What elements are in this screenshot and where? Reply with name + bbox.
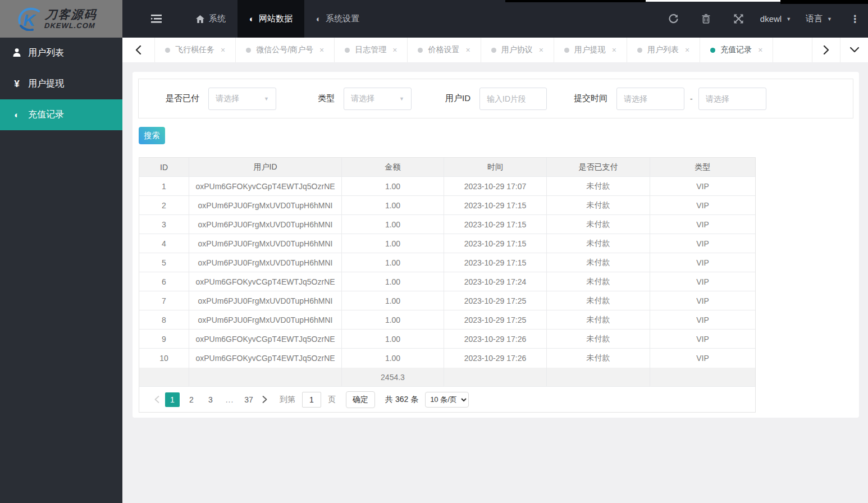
page-number[interactable]: 3 [203,392,218,407]
column-header-id: ID [139,158,189,176]
cell-type: VIP [650,291,755,310]
cell-id: 1 [139,177,189,195]
tab-item[interactable]: 价格设置 × [408,38,481,62]
start-date-input[interactable] [616,88,684,110]
tab-item[interactable]: 充值记录 × [700,38,773,62]
cell-type: VIP [650,330,755,348]
confirm-button[interactable]: 确定 [346,391,375,408]
cell-time: 2023-10-29 17:25 [444,310,547,329]
sidebar-item-label: 充值记录 [28,109,64,121]
tab-item[interactable]: 微信公号/商户号 × [236,38,335,62]
refresh-icon[interactable] [663,0,685,38]
close-icon[interactable]: × [319,45,324,54]
tab-status-dot [637,48,642,53]
close-icon[interactable]: × [221,45,225,54]
cell-userid: oxPUm6PJU0FrgMxUVD0TupH6hMNI [189,234,342,253]
table-row: 7 oxPUm6PJU0FrgMxUVD0TupH6hMNI 1.00 2023… [139,291,755,310]
recharge-records-panel: 是否已付 请选择 ▼ 类型 请选择 ▼ 用户ID 提交时间 - [133,72,859,418]
cell-amount: 1.00 [342,291,444,310]
close-icon[interactable]: × [465,45,470,54]
open-tabs-bar: 飞行棋任务 × 微信公号/商户号 × 日志管理 × 价格设置 × 用户协议 × … [122,38,868,62]
cell-id: 8 [139,310,189,329]
cell-userid: oxPUm6PJU0FrgMxUVD0TupH6hMNI [189,196,342,214]
chevron-down-icon: ▼ [264,96,269,102]
type-select[interactable]: 请选择 ▼ [344,88,412,110]
tab-item[interactable]: 日志管理 × [335,38,408,62]
cell-userid: oxPUm6GFOKyvCGpT4EWTJq5OzrNE [189,330,342,348]
tabs-scroll-left-icon[interactable] [122,38,155,62]
brand-logo: K 刀客源码 DKEWL.COM [0,0,122,38]
tab-label: 用户提现 [574,45,606,55]
table-row: 8 oxPUm6PJU0FrgMxUVD0TupH6hMNI 1.00 2023… [139,310,755,330]
trash-icon[interactable] [695,0,718,38]
paid-status-select[interactable]: 请选择 ▼ [208,88,276,110]
prev-page-icon[interactable] [150,392,163,407]
close-icon[interactable]: × [758,45,762,54]
column-header-paid: 是否已支付 [547,158,650,176]
menu-item-site-data[interactable]: ◐ 网站数据 [237,0,304,38]
table-row: 6 oxPUm6GFOKyvCGpT4EWTJq5OzrNE 1.00 2023… [139,272,755,291]
tabs-menu-icon[interactable] [840,38,868,62]
cell-paid-status: 未付款 [547,291,650,310]
cell-amount: 1.00 [342,196,444,214]
sidebar-item-recharge-records[interactable]: ◐ 充值记录 [0,99,122,130]
tab-status-dot [246,48,251,53]
tabs-list: 飞行棋任务 × 微信公号/商户号 × 日志管理 × 价格设置 × 用户协议 × … [155,38,812,62]
cell-time: 2023-10-29 17:15 [444,253,547,272]
goto-page-input[interactable] [302,392,321,408]
column-header-time: 时间 [444,158,547,176]
language-menu[interactable]: 语言 ▼ [806,13,832,24]
close-icon[interactable]: × [685,45,689,54]
tab-item[interactable]: 飞行棋任务 × [155,38,236,62]
screen-edge-artifact [780,0,868,4]
sidebar-item-user-withdraw[interactable]: ¥ 用户提现 [0,68,122,99]
cell-amount: 1.00 [342,272,444,291]
cell-paid-status: 未付款 [547,330,650,348]
tab-item[interactable]: 用户列表 × [627,38,700,62]
table-row: 10 oxPUm6GFOKyvCGpT4EWTJq5OzrNE 1.00 202… [139,349,755,368]
tab-status-dot [710,48,715,53]
user-id-input[interactable] [479,88,547,110]
menu-item-system-settings[interactable]: ◐ 系统设置 [304,0,371,38]
cell-id: 7 [139,291,189,310]
page-size-select[interactable]: 10 条/页 [425,392,469,408]
next-page-icon[interactable] [258,392,271,407]
end-date-input[interactable] [698,88,766,110]
brand-subtitle: DKEWL.COM [44,22,97,29]
cell-id: 5 [139,253,189,272]
page-number[interactable]: ... [222,392,237,407]
sidebar-toggle-icon[interactable] [146,0,166,38]
cell-userid: oxPUm6GFOKyvCGpT4EWTJq5OzrNE [189,349,342,368]
type-value: 请选择 [351,94,374,104]
tabs-scroll-right-icon[interactable] [812,38,840,62]
table-row: 1 oxPUm6GFOKyvCGpT4EWTJq5OzrNE 1.00 2023… [139,177,755,196]
user-menu[interactable]: dkewl ▼ [760,14,791,24]
tab-label: 充值记录 [720,45,752,55]
close-icon[interactable]: × [539,45,543,54]
close-icon[interactable]: × [612,45,616,54]
top-navbar: K 刀客源码 DKEWL.COM 系统 ◐ 网站数据 ◐ 系统设置 [0,0,868,38]
tab-item[interactable]: 用户协议 × [481,38,554,62]
menu-item-label: 系统设置 [326,13,359,24]
cell-paid-status: 未付款 [547,234,650,253]
sidebar-item-user-list[interactable]: 用户列表 [0,38,122,68]
cell-amount: 1.00 [342,330,444,348]
table-row: 3 oxPUm6PJU0FrgMxUVD0TupH6hMNI 1.00 2023… [139,215,755,234]
tab-item[interactable]: 用户提现 × [554,38,627,62]
page-number[interactable]: 37 [241,392,256,407]
page-number[interactable]: 2 [184,392,199,407]
navbar-tools: dkewl ▼ 语言 ▼ ⋮ [663,0,868,38]
column-header-amount: 金额 [342,158,444,176]
total-count-label: 共 362 条 [385,395,418,405]
more-options-icon[interactable]: ⋮ [847,0,864,38]
menu-item-system[interactable]: 系统 [184,0,237,38]
fullscreen-icon[interactable] [728,0,750,38]
close-icon[interactable]: × [392,45,397,54]
yen-icon: ¥ [12,79,22,89]
page-number[interactable]: 1 [165,392,180,407]
search-button[interactable]: 搜索 [139,127,165,144]
cell-type: VIP [650,310,755,329]
tab-status-dot [418,48,423,53]
main-content: 是否已付 请选择 ▼ 类型 请选择 ▼ 用户ID 提交时间 - [122,62,868,503]
table-header-row: ID 用户ID 金额 时间 是否已支付 类型 [139,158,755,177]
